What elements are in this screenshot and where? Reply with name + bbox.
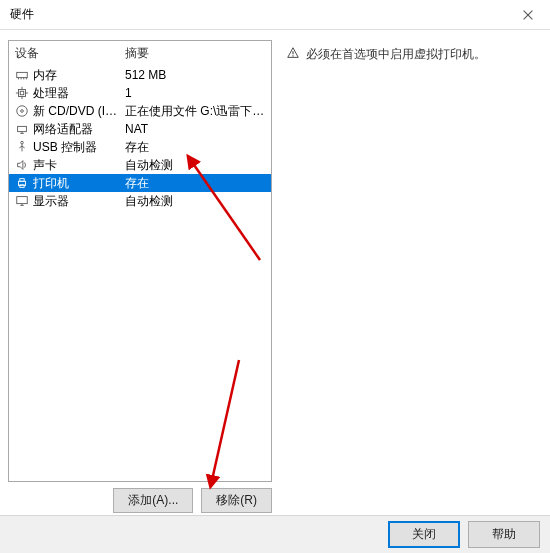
device-name: 处理器 xyxy=(33,85,125,102)
left-panel: 设备 摘要 内存 512 MB 处理器 1 新 CD/DVD (IDE) 正在使… xyxy=(8,40,272,513)
right-panel: 必须在首选项中启用虚拟打印机。 xyxy=(272,40,542,513)
warning-icon xyxy=(286,46,300,60)
content-area: 设备 摘要 内存 512 MB 处理器 1 新 CD/DVD (IDE) 正在使… xyxy=(0,30,550,513)
svg-point-31 xyxy=(292,55,293,56)
display-icon xyxy=(15,194,33,208)
device-row[interactable]: 显示器 自动检测 xyxy=(9,192,271,210)
titlebar: 硬件 xyxy=(0,0,550,30)
network-icon xyxy=(15,122,33,136)
device-name: 声卡 xyxy=(33,157,125,174)
device-summary: 1 xyxy=(125,86,265,100)
device-summary: NAT xyxy=(125,122,265,136)
device-row[interactable]: 声卡 自动检测 xyxy=(9,156,271,174)
device-summary: 自动检测 xyxy=(125,193,265,210)
window-title: 硬件 xyxy=(10,6,34,23)
device-row[interactable]: 处理器 1 xyxy=(9,84,271,102)
svg-rect-24 xyxy=(20,179,24,182)
usb-icon xyxy=(15,140,33,154)
device-summary: 正在使用文件 G:\迅雷下载\kali-l... xyxy=(125,103,265,120)
svg-rect-8 xyxy=(20,91,24,95)
svg-point-18 xyxy=(21,141,24,144)
device-summary: 512 MB xyxy=(125,68,265,82)
device-row[interactable]: 内存 512 MB xyxy=(9,66,271,84)
list-buttons: 添加(A)... 移除(R) xyxy=(8,488,272,513)
svg-point-14 xyxy=(21,110,24,113)
device-summary: 存在 xyxy=(125,139,265,156)
svg-point-13 xyxy=(17,106,28,117)
header-device: 设备 xyxy=(15,45,125,62)
device-summary: 自动检测 xyxy=(125,157,265,174)
device-name: 网络适配器 xyxy=(33,121,125,138)
device-row[interactable]: USB 控制器 存在 xyxy=(9,138,271,156)
cpu-icon xyxy=(15,86,33,100)
remove-button[interactable]: 移除(R) xyxy=(201,488,272,513)
device-list-header: 设备 摘要 xyxy=(9,41,271,66)
dialog-footer: 关闭 帮助 xyxy=(0,515,550,553)
close-dialog-button[interactable]: 关闭 xyxy=(388,521,460,548)
svg-rect-7 xyxy=(19,90,26,97)
device-name: 内存 xyxy=(33,67,125,84)
device-row[interactable]: 网络适配器 NAT xyxy=(9,120,271,138)
disc-icon xyxy=(15,104,33,118)
svg-rect-26 xyxy=(17,197,28,204)
device-name: 显示器 xyxy=(33,193,125,210)
device-row[interactable]: 打印机 存在 xyxy=(9,174,271,192)
svg-rect-15 xyxy=(18,126,27,131)
memory-icon xyxy=(15,68,33,82)
help-button[interactable]: 帮助 xyxy=(468,521,540,548)
svg-rect-2 xyxy=(17,72,28,77)
header-summary: 摘要 xyxy=(125,45,265,62)
add-button[interactable]: 添加(A)... xyxy=(113,488,193,513)
close-icon xyxy=(521,8,535,22)
printer-icon xyxy=(15,176,33,190)
warning-message: 必须在首选项中启用虚拟打印机。 xyxy=(286,46,536,63)
device-name: 打印机 xyxy=(33,175,125,192)
close-button[interactable] xyxy=(505,0,550,30)
device-summary: 存在 xyxy=(125,175,265,192)
svg-marker-22 xyxy=(18,161,23,170)
sound-icon xyxy=(15,158,33,172)
device-list: 设备 摘要 内存 512 MB 处理器 1 新 CD/DVD (IDE) 正在使… xyxy=(8,40,272,482)
device-row[interactable]: 新 CD/DVD (IDE) 正在使用文件 G:\迅雷下载\kali-l... xyxy=(9,102,271,120)
device-name: 新 CD/DVD (IDE) xyxy=(33,103,125,120)
warning-text: 必须在首选项中启用虚拟打印机。 xyxy=(306,46,486,63)
device-name: USB 控制器 xyxy=(33,139,125,156)
